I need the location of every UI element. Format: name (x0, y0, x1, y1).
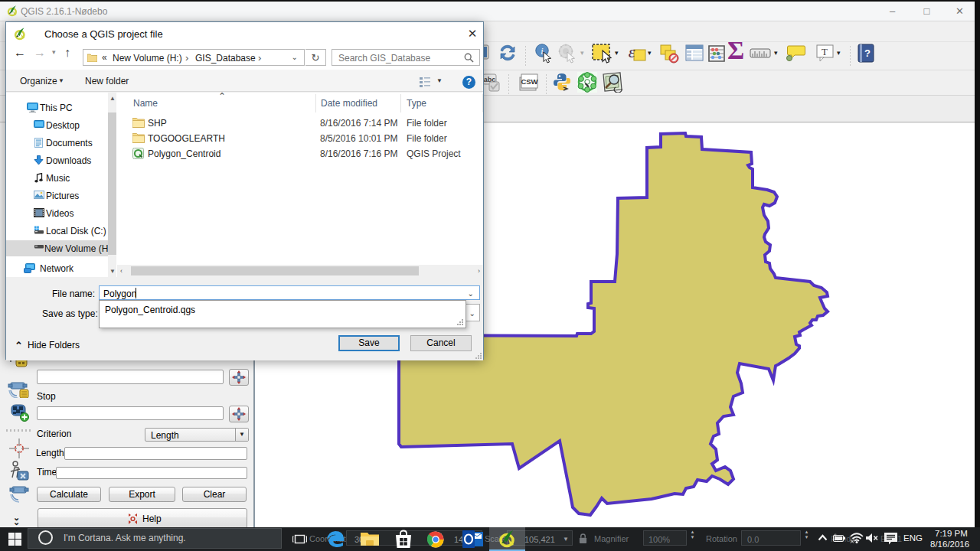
svg-text:CSW: CSW (521, 77, 537, 86)
svg-text:ε: ε (629, 43, 635, 61)
svg-text:?: ? (864, 47, 871, 59)
svg-text:T: T (822, 46, 828, 57)
svg-text:i: i (541, 46, 543, 57)
